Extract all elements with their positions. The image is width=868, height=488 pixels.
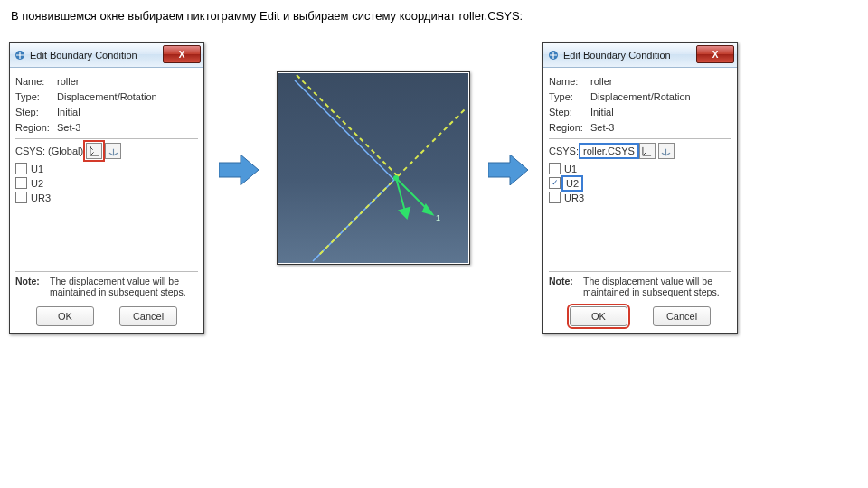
app-icon — [547, 49, 560, 61]
name-value: roller — [57, 75, 79, 89]
arrow-right-icon — [219, 155, 259, 185]
ok-button[interactable]: OK — [570, 306, 627, 326]
close-button[interactable]: X — [163, 45, 201, 63]
u1-checkbox[interactable] — [549, 163, 561, 174]
dialog-title: Edit Boundary Condition — [563, 50, 671, 61]
csys-value: roller.CSYS — [581, 145, 637, 156]
content-row: Edit Boundary Condition X Name:roller Ty… — [9, 37, 859, 334]
csys-label: CSYS: — [15, 145, 45, 156]
region-label: Region: — [549, 121, 590, 135]
svg-point-12 — [393, 175, 399, 181]
note-label: Note: — [15, 276, 46, 297]
viewport-frame: 1 — [277, 71, 470, 265]
type-label: Type: — [549, 90, 590, 104]
region-label: Region: — [15, 121, 57, 135]
edit-csys-icon[interactable] — [86, 143, 102, 159]
create-csys-icon[interactable] — [658, 143, 675, 159]
region-value: Set-3 — [590, 121, 614, 135]
instruction-text: В появившемся окне выбираем пиктограмму … — [11, 9, 859, 23]
type-value: Displacement/Rotation — [57, 90, 157, 104]
model-viewport: 1 — [278, 73, 468, 263]
ur3-label: UR3 — [31, 192, 51, 203]
svg-marker-2 — [219, 155, 259, 185]
step-label: Step: — [549, 106, 590, 119]
ur3-label: UR3 — [564, 192, 584, 203]
cancel-button[interactable]: Cancel — [653, 306, 711, 326]
titlebar: Edit Boundary Condition X — [543, 43, 737, 68]
svg-line-4 — [313, 180, 394, 261]
u2-checkbox[interactable]: ✓ — [549, 177, 561, 189]
svg-line-3 — [295, 80, 394, 180]
type-value: Displacement/Rotation — [590, 90, 691, 104]
name-label: Name: — [549, 75, 590, 89]
svg-marker-14 — [488, 155, 528, 185]
svg-line-5 — [297, 75, 398, 176]
region-value: Set-3 — [57, 121, 80, 135]
ur3-checkbox[interactable] — [549, 192, 561, 203]
cancel-button[interactable]: Cancel — [119, 306, 177, 326]
csys-value: (Global) — [48, 145, 83, 156]
edit-csys-icon[interactable] — [639, 143, 656, 159]
note-text: The displacement value will be maintaine… — [50, 276, 198, 297]
svg-marker-9 — [423, 205, 432, 214]
create-csys-icon[interactable] — [105, 143, 121, 159]
svg-line-6 — [398, 108, 467, 176]
step-label: Step: — [15, 106, 57, 119]
app-icon — [14, 49, 26, 61]
titlebar: Edit Boundary Condition X — [10, 43, 203, 68]
type-label: Type: — [15, 90, 57, 104]
svg-marker-11 — [400, 208, 410, 218]
step-value: Initial — [57, 106, 80, 119]
dialog-title: Edit Boundary Condition — [30, 50, 137, 61]
dialog-left: Edit Boundary Condition X Name:roller Ty… — [9, 42, 204, 334]
u1-label: U1 — [31, 164, 43, 174]
note-text: The displacement value will be maintaine… — [583, 276, 731, 297]
u2-label: U2 — [564, 178, 580, 189]
name-value: roller — [590, 75, 612, 89]
u2-checkbox[interactable] — [15, 177, 27, 189]
note-label: Note: — [549, 276, 580, 297]
u1-checkbox[interactable] — [15, 163, 27, 174]
close-button[interactable]: X — [696, 45, 734, 63]
ok-button[interactable]: OK — [36, 306, 94, 326]
svg-text:1: 1 — [436, 213, 440, 222]
u1-label: U1 — [564, 164, 577, 174]
name-label: Name: — [15, 75, 57, 89]
ur3-checkbox[interactable] — [15, 192, 27, 203]
step-value: Initial — [590, 106, 614, 119]
csys-label: CSYS: — [549, 145, 579, 156]
arrow-right-icon — [488, 155, 528, 185]
u2-label: U2 — [31, 178, 43, 189]
dialog-right: Edit Boundary Condition X Name:roller Ty… — [542, 42, 738, 334]
